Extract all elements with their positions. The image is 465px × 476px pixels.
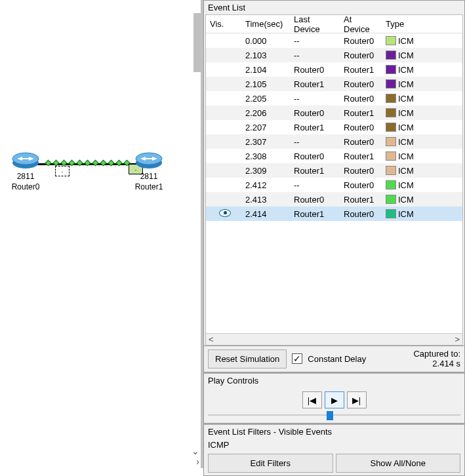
type-label: ICM <box>398 180 414 190</box>
chevron-down-icon[interactable]: ⌄ <box>192 446 199 456</box>
col-vis[interactable]: Vis. <box>206 16 241 31</box>
cell-at-device: Router0 <box>340 35 382 47</box>
table-row[interactable]: 2.104Router0Router1ICM <box>206 62 462 77</box>
show-all-none-button[interactable]: Show All/None <box>336 454 461 473</box>
cell-last-device: -- <box>290 92 340 105</box>
cell-time: 0.000 <box>241 35 290 47</box>
cell-last-device: -- <box>290 35 340 47</box>
device-name: Router1 <box>134 182 164 191</box>
filters-title: Event List Filters - Visible Events <box>204 425 464 439</box>
captured-label: Captured to: <box>413 349 460 359</box>
cell-type: ICM <box>382 179 462 191</box>
captured-value: 2.414 s <box>413 359 460 369</box>
filters-list: ICMP <box>204 439 464 451</box>
type-color-swatch <box>386 166 396 175</box>
cell-vis <box>206 198 241 201</box>
col-at[interactable]: At Device <box>340 12 382 37</box>
play-slider[interactable] <box>208 410 460 420</box>
cell-at-device: Router0 <box>340 49 382 62</box>
filter-buttons: Edit Filters Show All/None <box>204 451 464 475</box>
type-color-swatch <box>386 209 396 218</box>
cell-last-device: Router1 <box>290 78 340 90</box>
cell-type: ICM <box>382 150 462 163</box>
type-color-swatch <box>386 50 396 60</box>
cell-at-device: Router1 <box>340 193 382 206</box>
cell-vis <box>206 39 241 42</box>
table-row[interactable]: 2.206Router0Router1ICM <box>206 106 462 120</box>
table-row[interactable]: 0.000--Router0ICM <box>206 33 462 48</box>
step-forward-button[interactable]: ▶| <box>347 391 367 408</box>
type-label: ICM <box>398 50 414 60</box>
cell-time: 2.105 <box>241 78 290 90</box>
table-row[interactable]: 2.414Router1Router0ICM <box>206 207 462 221</box>
cell-time: 2.205 <box>241 92 290 105</box>
cell-at-device: Router0 <box>340 121 382 134</box>
table-row[interactable]: 2.309Router1Router0ICM <box>206 163 462 178</box>
table-row[interactable]: 2.105Router1Router0ICM <box>206 77 462 91</box>
device-router0[interactable]: 2811 Router0 <box>10 148 41 191</box>
cell-time: 2.307 <box>241 136 290 148</box>
type-label: ICM <box>398 137 414 147</box>
cell-time: 2.308 <box>241 150 290 163</box>
table-row[interactable]: 2.308Router0Router1ICM <box>206 149 462 163</box>
device-router1[interactable]: 2811 Router1 <box>134 148 164 191</box>
table-row[interactable]: 2.413Router0Router1ICM <box>206 192 462 207</box>
reset-simulation-button[interactable]: Reset Simulation <box>208 349 287 368</box>
cell-vis <box>206 126 241 129</box>
table-header: Vis. Time(sec) Last Device At Device Typ… <box>206 15 462 33</box>
cell-last-device: Router1 <box>290 165 340 177</box>
col-last[interactable]: Last Device <box>290 12 340 37</box>
cell-vis <box>206 140 241 143</box>
event-list-table: Vis. Time(sec) Last Device At Device Typ… <box>205 14 463 346</box>
cell-last-device: -- <box>290 49 340 62</box>
scroll-left-icon[interactable]: < <box>209 334 214 344</box>
type-color-swatch <box>386 195 396 204</box>
col-time[interactable]: Time(sec) <box>241 16 290 31</box>
simulation-bar: Reset Simulation ✓ Constant Delay Captur… <box>204 346 464 372</box>
cell-type: ICM <box>382 78 462 90</box>
cell-type: ICM <box>382 64 462 76</box>
type-label: ICM <box>398 36 414 46</box>
type-label: ICM <box>398 195 414 205</box>
type-label: ICM <box>398 123 414 132</box>
cell-time: 2.309 <box>241 165 290 177</box>
step-back-button[interactable]: |◀ <box>302 391 322 408</box>
topology-canvas[interactable]: 2811 Router0 2811 Router1 ⌄ › <box>0 0 203 468</box>
type-color-swatch <box>386 79 396 89</box>
device-model: 2811 <box>134 172 164 181</box>
cell-vis <box>206 111 241 114</box>
cell-last-device: Router1 <box>290 208 340 220</box>
play-button[interactable]: ▶ <box>325 391 344 408</box>
type-color-swatch <box>386 123 396 132</box>
scrollbar-thumb[interactable] <box>193 13 203 72</box>
cell-time: 2.413 <box>241 193 290 206</box>
cell-last-device: Router0 <box>290 150 340 163</box>
cell-type: ICM <box>382 121 462 134</box>
cell-at-device: Router1 <box>340 107 382 119</box>
edit-filters-button[interactable]: Edit Filters <box>208 454 333 473</box>
cell-type: ICM <box>382 193 462 206</box>
event-filters-panel: Event List Filters - Visible Events ICMP… <box>203 424 465 476</box>
type-label: ICM <box>398 108 414 118</box>
type-color-swatch <box>386 180 396 189</box>
table-row[interactable]: 2.205--Router0ICM <box>206 91 462 106</box>
table-row[interactable]: 2.307--Router0ICM <box>206 134 462 149</box>
cell-type: ICM <box>382 136 462 148</box>
table-row[interactable]: 2.412--Router0ICM <box>206 178 462 192</box>
pdu-envelope-outgoing[interactable] <box>55 166 70 176</box>
cell-last-device: Router0 <box>290 107 340 119</box>
cell-vis <box>206 169 241 172</box>
scroll-right-icon[interactable]: > <box>455 334 460 344</box>
horizontal-scrollbar[interactable]: < > <box>206 333 462 345</box>
chevron-right-icon[interactable]: › <box>196 456 199 467</box>
constant-delay-checkbox[interactable]: ✓ <box>292 353 302 364</box>
cell-type: ICM <box>382 165 462 177</box>
cell-vis <box>206 68 241 71</box>
table-row[interactable]: 2.103--Router0ICM <box>206 48 462 62</box>
col-type[interactable]: Type <box>382 16 462 31</box>
play-controls: |◀ ▶ ▶| <box>204 387 464 410</box>
slider-thumb[interactable] <box>327 411 333 420</box>
table-row[interactable]: 2.207Router1Router0ICM <box>206 120 462 134</box>
cell-last-device: Router0 <box>290 64 340 76</box>
type-label: ICM <box>398 65 414 75</box>
